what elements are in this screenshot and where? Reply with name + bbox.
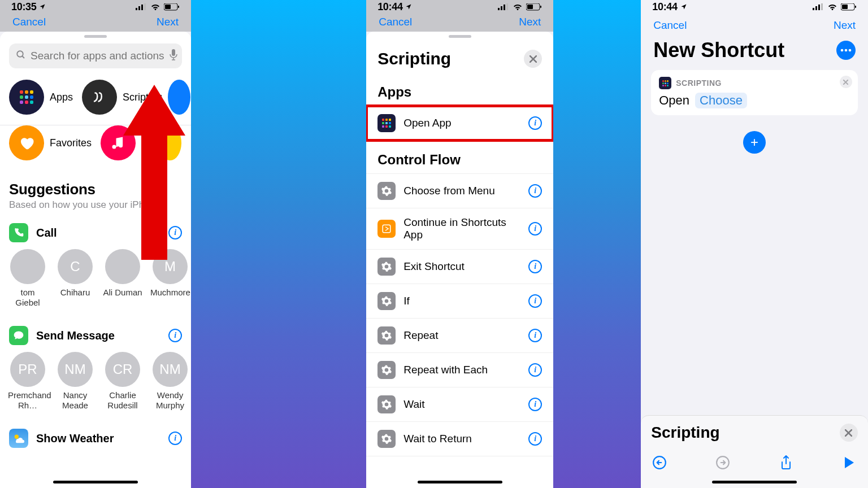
bottom-sheet: Scripting bbox=[641, 415, 868, 488]
add-action-button[interactable]: + bbox=[743, 131, 766, 154]
gear-icon bbox=[377, 182, 396, 200]
svg-rect-24 bbox=[818, 5, 820, 10]
info-icon[interactable]: i bbox=[528, 222, 542, 236]
underlying-nav: Cancel Next bbox=[0, 11, 191, 32]
svg-rect-15 bbox=[506, 3, 508, 10]
next-button[interactable]: Next bbox=[519, 16, 541, 32]
status-icons bbox=[498, 3, 542, 11]
underlying-nav: Cancel Next bbox=[366, 11, 553, 32]
info-icon[interactable]: i bbox=[528, 329, 542, 342]
cf-item[interactable]: Exit Shortcuti bbox=[366, 250, 553, 284]
screenshot-3: 10:44 Cancel Next New Shortcut SCRIPTING… bbox=[641, 0, 868, 488]
action-sheet: Apps Scripting Favorites M Suggesti bbox=[0, 32, 191, 488]
contact[interactable]: PRPremchand Rh… bbox=[8, 352, 47, 411]
item-label: Repeat with Each bbox=[403, 364, 520, 376]
mic-icon[interactable] bbox=[169, 49, 178, 63]
sheet-grip[interactable] bbox=[449, 35, 471, 38]
search-input[interactable] bbox=[31, 50, 164, 62]
info-icon[interactable]: i bbox=[528, 432, 542, 446]
info-icon[interactable]: i bbox=[168, 432, 182, 445]
status-bar: 10:44 bbox=[641, 0, 868, 11]
suggestion-call[interactable]: Call i bbox=[0, 214, 191, 246]
wifi-icon bbox=[150, 3, 160, 11]
category-partial-2[interactable] bbox=[159, 125, 181, 160]
search-field[interactable] bbox=[9, 43, 182, 68]
redo-button[interactable] bbox=[714, 454, 731, 471]
sheet-title: Scripting bbox=[377, 49, 451, 68]
cancel-button[interactable]: Cancel bbox=[379, 16, 412, 32]
home-indicator[interactable] bbox=[53, 481, 138, 483]
suggestion-weather[interactable]: Show Weather i bbox=[0, 420, 191, 451]
cf-item[interactable]: Ifi bbox=[366, 284, 553, 319]
home-indicator[interactable] bbox=[712, 481, 797, 483]
svg-rect-22 bbox=[813, 8, 814, 10]
next-button[interactable]: Next bbox=[157, 16, 179, 32]
item-label: Repeat bbox=[403, 329, 520, 342]
home-indicator[interactable] bbox=[418, 481, 502, 483]
contact[interactable]: Ali Duman bbox=[103, 249, 142, 308]
info-icon[interactable]: i bbox=[528, 398, 542, 411]
contact[interactable]: CChiharu bbox=[55, 249, 95, 308]
play-button[interactable] bbox=[841, 454, 858, 471]
close-button[interactable] bbox=[524, 50, 542, 68]
contact[interactable]: CRCharlie Rudesill bbox=[103, 352, 142, 411]
cf-item[interactable]: Repeat with Eachi bbox=[366, 353, 553, 387]
category-favorites[interactable]: Favorites bbox=[9, 125, 92, 160]
info-icon[interactable]: i bbox=[528, 184, 542, 198]
choose-token[interactable]: Choose bbox=[695, 93, 747, 108]
svg-rect-18 bbox=[540, 6, 541, 8]
svg-rect-23 bbox=[815, 6, 817, 10]
cf-item[interactable]: Repeati bbox=[366, 319, 553, 353]
category-music[interactable]: M bbox=[101, 125, 150, 160]
cancel-button[interactable]: Cancel bbox=[12, 16, 46, 32]
cf-item[interactable]: Continue in Shortcuts Appi bbox=[366, 208, 553, 250]
contact[interactable]: MMuchmore bbox=[150, 249, 190, 308]
action-card[interactable]: SCRIPTING Open Choose bbox=[651, 70, 858, 115]
info-icon[interactable]: i bbox=[528, 294, 542, 308]
page-title-row: New Shortcut bbox=[641, 36, 868, 70]
contact[interactable]: tom Giebel bbox=[8, 249, 47, 308]
category-scripting[interactable]: Scripting bbox=[82, 80, 162, 115]
remove-action-button[interactable] bbox=[840, 76, 852, 88]
svg-rect-14 bbox=[504, 5, 505, 10]
info-icon[interactable]: i bbox=[528, 260, 542, 273]
next-button[interactable]: Next bbox=[834, 19, 856, 32]
category-apps[interactable]: Apps bbox=[9, 80, 73, 115]
apps-icon bbox=[377, 114, 396, 132]
info-icon[interactable]: i bbox=[168, 226, 182, 239]
screenshot-2: 10:44 Cancel Next Scripting Apps Open Ap… bbox=[366, 0, 553, 488]
cf-item[interactable]: Choose from Menui bbox=[366, 173, 553, 208]
card-header-label: SCRIPTING bbox=[676, 79, 722, 88]
music-icon bbox=[101, 125, 136, 160]
cf-item[interactable]: Waiti bbox=[366, 387, 553, 422]
nav-bar: Cancel Next bbox=[641, 11, 868, 36]
contact[interactable]: NMNancy Meade bbox=[55, 352, 95, 411]
info-icon[interactable]: i bbox=[528, 116, 542, 130]
info-icon[interactable]: i bbox=[168, 329, 182, 342]
svg-line-8 bbox=[22, 56, 24, 58]
apps-header: Apps bbox=[366, 73, 553, 106]
svg-rect-9 bbox=[172, 49, 175, 56]
open-app-item[interactable]: Open App i bbox=[366, 106, 553, 141]
category-label: Favorites bbox=[50, 137, 92, 149]
svg-rect-2 bbox=[141, 5, 143, 10]
battery-icon bbox=[841, 3, 857, 11]
shortcuts-icon bbox=[377, 220, 396, 238]
sheet-grip[interactable] bbox=[84, 35, 107, 38]
blue-icon bbox=[168, 80, 190, 115]
share-button[interactable] bbox=[778, 454, 795, 471]
svg-rect-17 bbox=[527, 5, 533, 9]
cf-item[interactable]: Wait to Returni bbox=[366, 422, 553, 456]
suggestion-message[interactable]: Send Message i bbox=[0, 317, 191, 348]
signal-icon bbox=[136, 3, 147, 10]
avatar: M bbox=[153, 249, 188, 284]
contact[interactable]: NMWendy Murphy bbox=[150, 352, 190, 411]
undo-button[interactable] bbox=[651, 454, 668, 471]
info-icon[interactable]: i bbox=[528, 363, 542, 377]
category-partial[interactable] bbox=[168, 80, 190, 115]
cancel-button[interactable]: Cancel bbox=[653, 19, 687, 32]
item-label: Exit Shortcut bbox=[403, 260, 520, 273]
close-button[interactable] bbox=[840, 424, 858, 442]
more-button[interactable] bbox=[836, 41, 856, 60]
svg-rect-21 bbox=[383, 225, 390, 233]
